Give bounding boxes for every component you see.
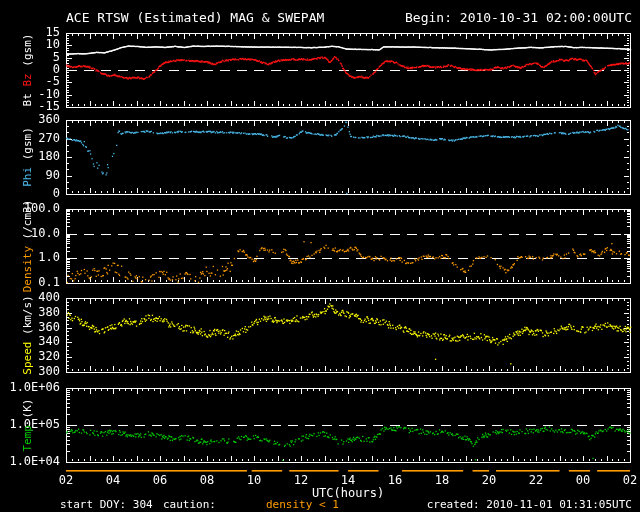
ace-rtsw-plot: ACE RTSW (Estimated) MAG & SWEPAM Begin:… xyxy=(0,0,640,512)
x-tick-label: 18 xyxy=(427,474,457,487)
x-tick-label: 02 xyxy=(615,474,640,487)
x-tick-label: 16 xyxy=(380,474,410,487)
y-axis-title: Speed (km/s) xyxy=(22,295,34,374)
x-tick-label: 02 xyxy=(51,474,81,487)
x-tick-label: 06 xyxy=(145,474,175,487)
y-tick-label: 1.0E+06 xyxy=(0,381,60,394)
x-tick-label: 20 xyxy=(474,474,504,487)
x-tick-label: 00 xyxy=(568,474,598,487)
x-tick-label: 10 xyxy=(239,474,269,487)
caution-value: density < 1 xyxy=(266,499,339,511)
y-axis-title: Temp (K) xyxy=(22,399,34,452)
y-tick-label: 0 xyxy=(0,187,60,200)
y-axis-title: Phi (gsm) xyxy=(22,127,34,187)
y-axis-title: Bt Bz (gsm) xyxy=(22,34,34,107)
caution-label: caution: xyxy=(163,499,216,511)
start-doy-label: start DOY: 304 xyxy=(60,499,153,511)
chart-title: ACE RTSW (Estimated) MAG & SWEPAM xyxy=(66,11,324,25)
created-timestamp: created: 2010-11-01 01:31:05UTC xyxy=(427,499,632,511)
begin-timestamp: Begin: 2010-10-31 02:00:00UTC xyxy=(405,11,632,25)
chart-canvas xyxy=(0,0,640,512)
y-tick-label: 360 xyxy=(0,113,60,126)
x-tick-label: 22 xyxy=(521,474,551,487)
y-tick-label: 1.0E+04 xyxy=(0,455,60,468)
x-tick-label: 04 xyxy=(98,474,128,487)
y-axis-title: Density (/cm3) xyxy=(22,200,34,293)
x-tick-label: 08 xyxy=(192,474,222,487)
